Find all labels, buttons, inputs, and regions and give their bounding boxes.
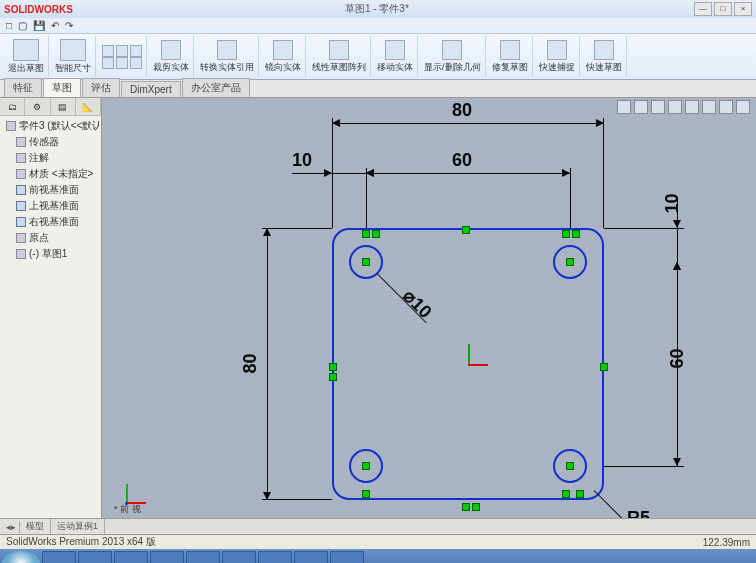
dim-ext <box>604 228 684 229</box>
rect-icon[interactable] <box>116 45 128 57</box>
relation-icon[interactable] <box>462 226 470 234</box>
tree-annotations[interactable]: 注解 <box>2 150 99 166</box>
tree-top-plane[interactable]: 上视基准面 <box>2 198 99 214</box>
section-icon[interactable] <box>702 100 716 114</box>
origin-icon <box>16 233 26 243</box>
relation-icon[interactable] <box>362 490 370 498</box>
relation-icon[interactable] <box>562 230 570 238</box>
point-icon[interactable] <box>130 57 142 69</box>
taskbar-app-icon[interactable] <box>42 551 76 563</box>
taskbar-app-icon[interactable] <box>258 551 292 563</box>
plane-icon <box>16 217 26 227</box>
relation-icon[interactable] <box>329 363 337 371</box>
qat-save-icon[interactable]: 💾 <box>33 20 45 31</box>
relation-icon[interactable] <box>562 490 570 498</box>
ribbon-trim[interactable]: 裁剪实体 <box>149 36 194 77</box>
relation-icon[interactable] <box>329 373 337 381</box>
relation-icon[interactable] <box>372 230 380 238</box>
move-icon <box>385 40 405 60</box>
tree-material[interactable]: 材质 <未指定> <box>2 166 99 182</box>
zoom-area-icon[interactable] <box>634 100 648 114</box>
ribbon-mirror[interactable]: 镜向实体 <box>261 36 306 77</box>
tree-front-plane[interactable]: 前视基准面 <box>2 182 99 198</box>
rotate-icon[interactable] <box>651 100 665 114</box>
dim-width-80[interactable]: 80 <box>452 100 472 121</box>
line-icon[interactable] <box>102 45 114 57</box>
qat-undo-icon[interactable]: ↶ <box>51 20 59 31</box>
relation-icon[interactable] <box>462 503 470 511</box>
ribbon-rapid[interactable]: 快速草图 <box>582 36 627 77</box>
sidetab-conf-icon[interactable]: ▤ <box>51 98 76 115</box>
tree-root[interactable]: 零件3 (默认<<默认>_显示状态 <box>2 118 99 134</box>
ribbon-move[interactable]: 移动实体 <box>373 36 418 77</box>
dim-line <box>267 228 268 500</box>
sidetab-prop-icon[interactable]: ⚙ <box>25 98 50 115</box>
spline-icon[interactable] <box>116 57 128 69</box>
ribbon-sketch-tools[interactable] <box>98 36 147 77</box>
convert-icon <box>217 40 237 60</box>
relation-icon[interactable] <box>600 363 608 371</box>
maximize-button[interactable]: □ <box>714 2 732 16</box>
bottom-tab-motion[interactable]: 运动算例1 <box>51 519 105 534</box>
ribbon-smart-dim[interactable]: 智能尺寸 <box>51 36 96 77</box>
start-button[interactable] <box>2 551 40 563</box>
taskbar-app-icon[interactable] <box>222 551 256 563</box>
tree-right-plane[interactable]: 右视基准面 <box>2 214 99 230</box>
ribbon-repair[interactable]: 修复草图 <box>488 36 533 77</box>
graphics-area[interactable]: 80 60 10 10 60 <box>102 98 756 518</box>
qat-new-icon[interactable]: □ <box>6 20 12 31</box>
relation-icon[interactable] <box>572 230 580 238</box>
sidetab-dim-icon[interactable]: 📐 <box>76 98 101 115</box>
view-orient-icon[interactable] <box>668 100 682 114</box>
taskbar-app-icon[interactable] <box>150 551 184 563</box>
relation-icon[interactable] <box>362 230 370 238</box>
dim-ext <box>366 168 367 228</box>
circle-icon[interactable] <box>130 45 142 57</box>
bottom-tab-model[interactable]: 模型 <box>20 519 51 534</box>
close-button[interactable]: × <box>734 2 752 16</box>
arc-icon[interactable] <box>102 57 114 69</box>
relation-icon[interactable] <box>362 258 370 266</box>
relation-icon[interactable] <box>472 503 480 511</box>
dim-voffset-10[interactable]: 10 <box>662 193 683 213</box>
dim-fillet-r5[interactable]: R5 <box>627 508 650 518</box>
tree-sensors[interactable]: 传感器 <box>2 134 99 150</box>
minimize-button[interactable]: — <box>694 2 712 16</box>
taskbar-app-icon[interactable] <box>114 551 148 563</box>
dim-hspacing-60[interactable]: 60 <box>452 150 472 171</box>
arrow-icon <box>263 228 271 236</box>
taskbar-app-icon[interactable] <box>186 551 220 563</box>
dim-height-80[interactable]: 80 <box>240 353 261 373</box>
tab-dimxpert[interactable]: DimXpert <box>121 81 181 97</box>
qat-redo-icon[interactable]: ↷ <box>65 20 73 31</box>
quick-access-toolbar: □ ▢ 💾 ↶ ↷ <box>0 18 756 34</box>
tree-sketch1[interactable]: (-) 草图1 <box>2 246 99 262</box>
relation-icon[interactable] <box>576 490 584 498</box>
display-style-icon[interactable] <box>685 100 699 114</box>
ribbon-pattern[interactable]: 线性草图阵列 <box>308 36 371 77</box>
taskbar-app-icon[interactable] <box>78 551 112 563</box>
ribbon-exit-sketch[interactable]: 退出草图 <box>4 36 49 77</box>
relation-icon[interactable] <box>566 462 574 470</box>
tab-sketch[interactable]: 草图 <box>43 78 81 97</box>
zoom-fit-icon[interactable] <box>617 100 631 114</box>
tab-evaluate[interactable]: 评估 <box>82 78 120 97</box>
ribbon-snap[interactable]: 快速捕捉 <box>535 36 580 77</box>
relation-icon[interactable] <box>362 462 370 470</box>
sidetab-tree-icon[interactable]: 🗂 <box>0 98 25 115</box>
tab-features[interactable]: 特征 <box>4 78 42 97</box>
relation-icon[interactable] <box>566 258 574 266</box>
ribbon-display[interactable]: 显示/删除几何 <box>420 36 486 77</box>
appearance-icon[interactable] <box>736 100 750 114</box>
taskbar-app-icon[interactable] <box>330 551 364 563</box>
tree-origin[interactable]: 原点 <box>2 230 99 246</box>
hide-show-icon[interactable] <box>719 100 733 114</box>
tab-office[interactable]: 办公室产品 <box>182 78 250 97</box>
dim-hoffset-10[interactable]: 10 <box>292 150 312 171</box>
ribbon-convert[interactable]: 转换实体引用 <box>196 36 259 77</box>
bottom-tab-nav-icon[interactable]: ◂▸ <box>0 521 20 533</box>
taskbar-app-icon[interactable] <box>294 551 328 563</box>
qat-open-icon[interactable]: ▢ <box>18 20 27 31</box>
origin-x-axis <box>468 364 488 366</box>
dim-vspacing-60[interactable]: 60 <box>667 348 688 368</box>
